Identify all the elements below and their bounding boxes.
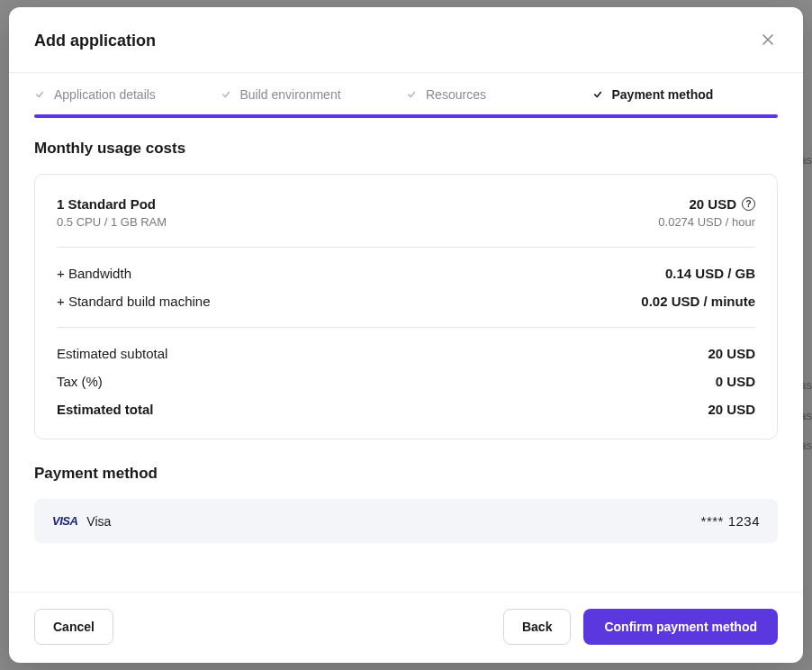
step-label: Build environment [240,87,341,102]
check-icon [592,89,603,100]
payment-method-card[interactable]: VISA Visa **** 1234 [34,499,778,543]
pod-price: 20 USD ? [689,196,755,212]
card-brand: Visa [86,514,111,529]
close-icon [762,32,774,50]
bandwidth-row: + Bandwidth 0.14 USD / GB [57,266,755,281]
tax-value: 0 USD [716,374,755,389]
check-icon [406,89,417,100]
visa-logo-icon: VISA [52,514,77,528]
cancel-button[interactable]: Cancel [34,609,113,645]
pod-price-text: 20 USD [689,196,736,212]
check-icon [221,89,231,100]
costs-card: 1 Standard Pod 0.5 CPU / 1 GB RAM 20 USD… [34,174,778,439]
stepper-progress-bar [34,114,778,118]
add-application-modal: Add application Application details Buil… [9,7,803,663]
step-label: Resources [426,87,486,102]
subtotal-value: 20 USD [708,346,755,361]
divider [57,247,755,248]
modal-title: Add application [34,32,156,50]
build-machine-label: + Standard build machine [57,294,211,309]
step-resources[interactable]: Resources [406,73,592,118]
modal-header: Add application [9,7,803,73]
step-build-environment[interactable]: Build environment [221,73,407,118]
total-row: Estimated total 20 USD [57,402,755,417]
total-label: Estimated total [57,402,154,417]
bandwidth-label: + Bandwidth [57,266,131,281]
check-icon [34,89,45,100]
step-application-details[interactable]: Application details [34,73,221,118]
close-button[interactable] [758,29,778,52]
confirm-payment-button[interactable]: Confirm payment method [583,609,778,645]
modal-footer: Cancel Back Confirm payment method [9,592,803,663]
pod-rate: 0.0274 USD / hour [658,215,755,229]
pod-spec: 0.5 CPU / 1 GB RAM [57,215,167,229]
subtotal-row: Estimated subtotal 20 USD [57,346,755,361]
divider [57,327,755,328]
help-icon[interactable]: ? [742,197,755,211]
subtotal-label: Estimated subtotal [57,346,167,361]
build-machine-value: 0.02 USD / minute [641,294,755,309]
step-payment-method[interactable]: Payment method [592,73,779,118]
card-last-digits: **** 1234 [701,513,760,529]
bandwidth-value: 0.14 USD / GB [665,266,755,281]
back-button[interactable]: Back [503,609,571,645]
step-label: Application details [54,87,156,102]
build-machine-row: + Standard build machine 0.02 USD / minu… [57,294,755,309]
tax-row: Tax (%) 0 USD [57,374,755,389]
pod-name: 1 Standard Pod [57,196,167,212]
payment-section-title: Payment method [34,465,778,483]
total-value: 20 USD [708,402,755,417]
costs-section-title: Monthly usage costs [34,140,778,158]
stepper: Application details Build environment Re… [9,73,803,118]
tax-label: Tax (%) [57,374,103,389]
step-label: Payment method [612,87,714,102]
pod-row: 1 Standard Pod 0.5 CPU / 1 GB RAM 20 USD… [57,196,755,229]
modal-body: Monthly usage costs 1 Standard Pod 0.5 C… [9,118,803,592]
